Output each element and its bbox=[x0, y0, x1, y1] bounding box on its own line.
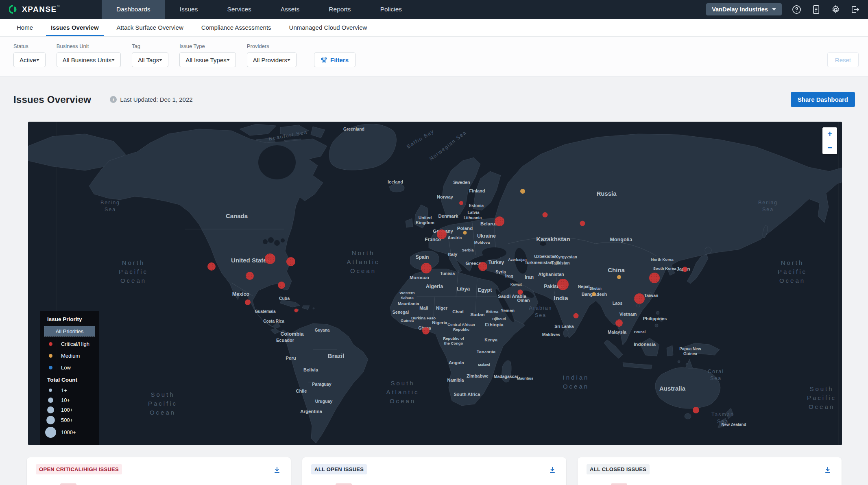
content: Issues Overview i Last Updated: Dec 1, 2… bbox=[0, 76, 868, 485]
filter-select[interactable]: Active bbox=[13, 52, 46, 67]
legend-all-priorities[interactable]: All Priorities bbox=[44, 326, 95, 336]
legend-total-title: Total Count bbox=[40, 377, 99, 383]
medium-issue-marker[interactable] bbox=[617, 275, 621, 279]
count-bubble-icon bbox=[47, 406, 54, 413]
critical-issue-marker[interactable] bbox=[518, 290, 523, 295]
medium-issue-marker[interactable] bbox=[592, 292, 596, 296]
zoom-out-button[interactable]: − bbox=[822, 141, 837, 154]
country-label: Lithuania bbox=[464, 216, 482, 220]
nav-item[interactable]: Services bbox=[212, 0, 266, 19]
legend-priority-title: Issue Priority bbox=[40, 316, 99, 322]
ocean-label: NorthPacificOcean bbox=[119, 259, 148, 284]
tab[interactable]: Unmanaged Cloud Overview bbox=[280, 19, 376, 36]
card-title-badge: ALL CLOSED ISSUES bbox=[587, 464, 650, 474]
download-button[interactable] bbox=[547, 465, 557, 476]
nav-item[interactable]: Policies bbox=[366, 0, 417, 19]
nav-item[interactable]: Issues bbox=[165, 0, 213, 19]
partial-row-peek bbox=[336, 483, 352, 485]
count-bubble-icon bbox=[48, 398, 53, 403]
partial-row-peek bbox=[60, 483, 76, 485]
country-label: Latvia bbox=[468, 210, 480, 215]
filters-button[interactable]: Filters bbox=[314, 52, 355, 67]
world-map[interactable]: Beaufort SeaBaffin BayNorwegian SeaBerin… bbox=[28, 122, 842, 445]
marker-texture bbox=[634, 293, 645, 304]
country-label: Uzbekistan bbox=[534, 254, 556, 259]
country-label: Mongolia bbox=[610, 237, 633, 242]
filter-group: Issue Type All Issue Types bbox=[179, 43, 236, 67]
logout-icon[interactable] bbox=[850, 4, 860, 14]
download-icon bbox=[824, 466, 832, 474]
country-label: Kyrgyzstan bbox=[555, 255, 577, 259]
country-label: Mexico bbox=[232, 291, 250, 297]
critical-issue-marker[interactable] bbox=[543, 212, 548, 218]
map-canvas: Beaufort SeaBaffin BayNorwegian SeaBerin… bbox=[28, 122, 842, 445]
nav-item[interactable]: Dashboards bbox=[102, 0, 165, 19]
tab[interactable]: Compliance Assessments bbox=[192, 19, 280, 36]
country-label: United States bbox=[231, 257, 270, 264]
chevron-down-icon bbox=[159, 59, 162, 61]
filter-value: All Issue Types bbox=[185, 57, 227, 63]
critical-issue-marker[interactable] bbox=[574, 313, 579, 319]
critical-issue-marker[interactable] bbox=[693, 407, 699, 413]
country-label: Ukraine bbox=[477, 233, 496, 239]
marker-texture bbox=[557, 279, 569, 290]
nav-item[interactable]: Assets bbox=[266, 0, 314, 19]
ocean-label: Baffin Bay bbox=[406, 128, 436, 150]
nav-right: VanDelay Industries bbox=[706, 0, 868, 19]
critical-issue-marker[interactable] bbox=[294, 309, 298, 312]
filter-select[interactable]: All Business Units bbox=[57, 52, 121, 67]
country-label: Philippines bbox=[643, 316, 667, 321]
country-label: Turkmenistan bbox=[525, 260, 552, 265]
zoom-in-button[interactable]: + bbox=[822, 127, 837, 141]
marker-texture bbox=[649, 273, 660, 283]
country-label: Tanzania bbox=[477, 349, 496, 354]
card-title-badge: ALL OPEN ISSUES bbox=[311, 464, 367, 474]
download-button[interactable] bbox=[823, 465, 833, 476]
filter-label: Issue Type bbox=[179, 43, 236, 49]
country-label: Vietnam bbox=[619, 312, 637, 317]
critical-issue-marker[interactable] bbox=[245, 299, 251, 305]
filter-value: Active bbox=[20, 57, 36, 63]
medium-issue-marker[interactable] bbox=[463, 231, 467, 235]
tab[interactable]: Attack Surface Overview bbox=[108, 19, 192, 36]
medium-issue-marker[interactable] bbox=[520, 189, 525, 194]
country-label: Denmark bbox=[438, 214, 458, 218]
filter-group: Status Active bbox=[13, 43, 46, 67]
filter-select[interactable]: All Issue Types bbox=[179, 52, 236, 67]
legend-size-label: 1+ bbox=[61, 387, 67, 393]
country-label: Sri Lanka bbox=[554, 324, 574, 329]
country-label: Taiwan bbox=[644, 293, 659, 298]
country-label: Finland bbox=[469, 188, 485, 193]
filter-label: Providers bbox=[247, 43, 297, 49]
reset-button[interactable]: Reset bbox=[827, 52, 859, 67]
account-menu-button[interactable]: VanDelay Industries bbox=[706, 3, 782, 15]
tab[interactable]: Home bbox=[8, 19, 42, 36]
priority-dot-icon bbox=[49, 342, 52, 346]
country-label: Costa Rica bbox=[263, 319, 284, 323]
card-title-badge: OPEN CRITICAL/HIGH ISSUES bbox=[36, 464, 122, 474]
ocean-label: NorthPacificOcean bbox=[778, 259, 807, 284]
share-dashboard-button[interactable]: Share Dashboard bbox=[791, 92, 855, 107]
country-label: Morocco bbox=[410, 275, 429, 280]
top-nav: XPANSE™ DashboardsIssuesServicesAssetsRe… bbox=[0, 0, 868, 19]
priority-dot-icon bbox=[49, 366, 52, 369]
nav-item[interactable]: Reports bbox=[314, 0, 365, 19]
legend-priority-item[interactable]: Low bbox=[40, 362, 99, 374]
settings-icon[interactable] bbox=[831, 4, 840, 14]
issues-card: ALL OPEN ISSUES bbox=[302, 457, 566, 485]
tab[interactable]: Issues Overview bbox=[42, 19, 108, 36]
critical-issue-marker[interactable] bbox=[459, 201, 463, 205]
legend-priority-item[interactable]: Medium bbox=[40, 350, 99, 362]
filter-select[interactable]: All Providers bbox=[247, 52, 297, 67]
critical-issue-marker[interactable] bbox=[683, 267, 688, 272]
country-label: WesternSahara bbox=[399, 291, 415, 300]
help-icon[interactable] bbox=[792, 4, 801, 14]
filter-select[interactable]: All Tags bbox=[132, 52, 168, 67]
download-button[interactable] bbox=[272, 465, 282, 476]
legend-priority-item[interactable]: Critical/High bbox=[40, 338, 99, 350]
country-label: Sweden bbox=[453, 180, 470, 185]
account-name: VanDelay Industries bbox=[712, 6, 768, 13]
marker-texture bbox=[615, 319, 623, 327]
release-notes-icon[interactable] bbox=[811, 4, 821, 14]
critical-issue-marker[interactable] bbox=[580, 221, 585, 226]
